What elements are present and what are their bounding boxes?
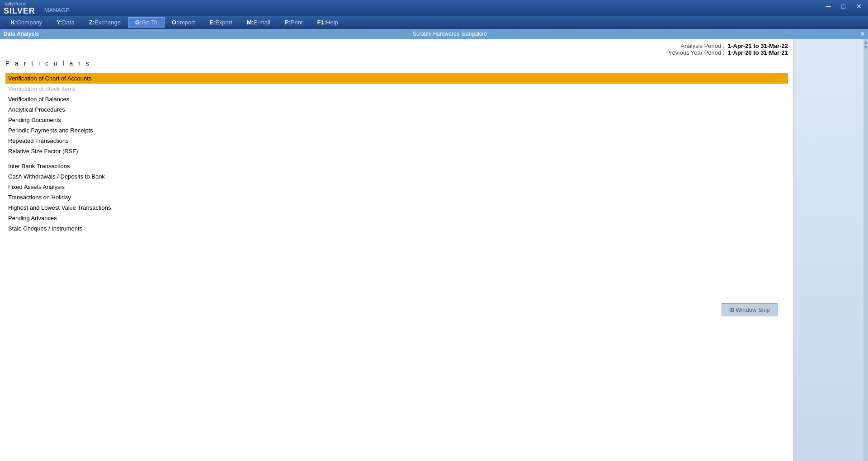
menu-item-relative-size[interactable]: Relative Size Factor (RSF) xyxy=(5,146,788,156)
main-layout: Analysis Period : 1-Apr-21 to 31-Mar-22 … xyxy=(0,39,868,461)
menu-item-cash-withdrawals[interactable]: Cash Withdrawals / Deposits to Bank xyxy=(5,171,788,182)
menu-item-pending-documents[interactable]: Pending Documents xyxy=(5,115,788,125)
menu-item-import[interactable]: O:Import xyxy=(165,17,202,28)
menu-list: Verification of Chart of AccountsVerific… xyxy=(5,73,788,234)
app-name-bottom: SILVER xyxy=(4,6,35,16)
minimize-button[interactable]: ─ xyxy=(824,2,834,11)
scroll-up-arrow[interactable] xyxy=(864,41,868,44)
menu-item-pending-advances[interactable]: Pending Advances xyxy=(5,213,788,223)
menu-item-e-mail[interactable]: M:E-mail xyxy=(240,17,278,28)
menu-item-analytical-procedures[interactable]: Analytical Procedures xyxy=(5,104,788,115)
scroll-down-arrow[interactable] xyxy=(864,46,868,50)
close-icon[interactable]: × xyxy=(861,30,864,38)
window-controls: ─ □ ✕ xyxy=(824,2,864,11)
menu-item-verification-chart[interactable]: Verification of Chart of Accounts xyxy=(5,73,788,84)
infobar: Data Analysis Surabhi Hardwares, Bangalo… xyxy=(0,29,868,39)
menu-item-print[interactable]: P:Print xyxy=(278,17,310,28)
content-area: Analysis Period : 1-Apr-21 to 31-Mar-22 … xyxy=(0,39,793,461)
particulars-header: P a r t i c u l a r s xyxy=(5,60,788,69)
analysis-period-value: 1-Apr-21 to 31-Mar-22 xyxy=(728,42,788,49)
menu-item-transactions-holiday[interactable]: Transactions on Holiday xyxy=(5,192,788,202)
menu-item-exchange[interactable]: Z:Exchange xyxy=(82,17,128,28)
menu-spacer xyxy=(5,156,788,161)
menu-item-periodic-payments[interactable]: Periodic Payments and Receipts xyxy=(5,125,788,136)
menu-item-inter-bank[interactable]: Inter Bank Transactions xyxy=(5,161,788,171)
menu-item-highest-lowest[interactable]: Highest and Lowest Value Transactions xyxy=(5,202,788,213)
module-title: Data Analysis xyxy=(4,31,39,37)
menu-item-company[interactable]: K:Company xyxy=(4,17,49,28)
period-info: Analysis Period : 1-Apr-21 to 31-Mar-22 … xyxy=(5,42,788,56)
menu-item-export[interactable]: E:Export xyxy=(202,17,240,28)
close-button[interactable]: ✕ xyxy=(854,2,864,11)
prev-period-label: Previous Year Period : xyxy=(666,49,725,56)
prev-period-value: 1-Apr-20 to 31-Mar-21 xyxy=(728,49,788,56)
sidebar-scrollbar xyxy=(863,39,868,461)
menu-item-fixed-assets[interactable]: Fixed Assets Analysis xyxy=(5,182,788,192)
menu-item-data[interactable]: Y:Data xyxy=(49,17,82,28)
manage-label: MANAGE xyxy=(44,7,70,14)
analysis-period-label: Analysis Period : xyxy=(681,42,725,49)
menu-item-help[interactable]: F1:Help xyxy=(310,17,345,28)
menubar: K:CompanyY:DataZ:ExchangeG:Go ToO:Import… xyxy=(0,16,868,29)
titlebar: TallyPrime SILVER MANAGE ─ □ ✕ xyxy=(0,0,868,16)
right-sidebar xyxy=(793,39,863,461)
menu-item-verification-stock: Verification of Stock Items xyxy=(5,84,788,94)
company-name: Surabhi Hardwares, Bangalore xyxy=(413,31,487,37)
menu-item-repeated-transactions[interactable]: Repeated Transactions xyxy=(5,136,788,146)
menu-item-verification-balances[interactable]: Verification of Balances xyxy=(5,94,788,104)
menu-item-stale-cheques[interactable]: Stale Cheques / Instruments xyxy=(5,223,788,234)
maximize-button[interactable]: □ xyxy=(839,2,848,11)
menu-item-go-to[interactable]: G:Go To xyxy=(128,17,165,28)
app-logo: TallyPrime SILVER xyxy=(4,1,35,16)
app-name-top: TallyPrime xyxy=(4,1,35,6)
